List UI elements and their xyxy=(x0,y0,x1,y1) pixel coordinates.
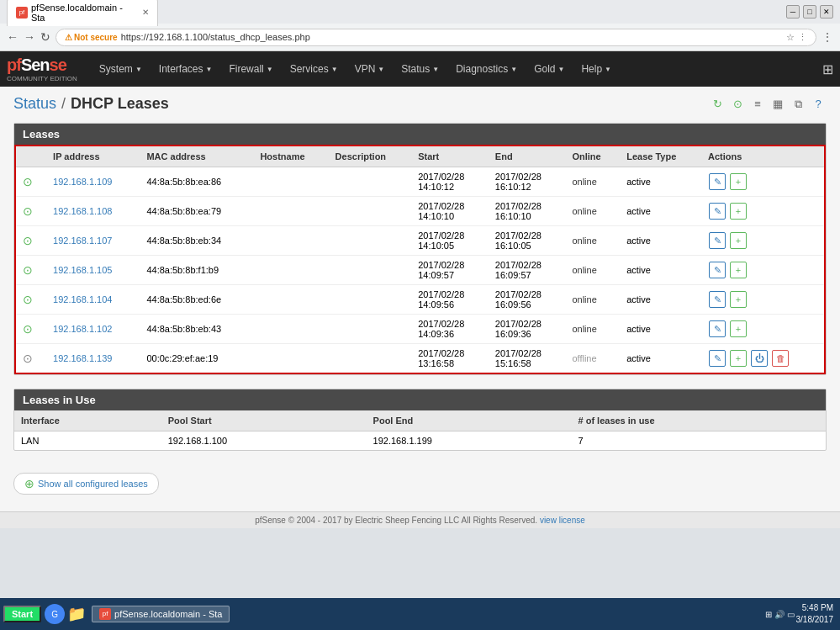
footer-text: pfSense © 2004 - 2017 by Electric Sheep … xyxy=(255,516,537,525)
lease-type-cell-6: active xyxy=(620,344,701,373)
action-edit-btn-1[interactable]: ✎ xyxy=(709,203,726,220)
nav-services[interactable]: Services ▼ xyxy=(282,51,346,87)
page-footer: pfSense © 2004 - 2017 by Electric Sheep … xyxy=(0,511,840,528)
show-leases-label: Show all configured leases xyxy=(38,479,148,489)
actions-cell-3: ✎ + xyxy=(701,256,824,285)
browser-tab[interactable]: pf pfSense.localdomain - Sta ✕ xyxy=(7,0,158,26)
actions-cell-1: ✎ + xyxy=(701,197,824,226)
bar-chart-icon[interactable]: ▦ xyxy=(769,96,786,113)
action-edit-btn-5[interactable]: ✎ xyxy=(709,320,726,337)
action-add-btn-0[interactable]: + xyxy=(730,173,747,190)
col-header-status xyxy=(16,146,46,167)
list-icon[interactable]: ≡ xyxy=(749,96,766,113)
close-btn[interactable]: ✕ xyxy=(820,5,833,19)
status-icon-5: ⊙ xyxy=(23,322,33,336)
lease-row-4: ⊙ 192.168.1.104 44:8a:5b:8b:ed:6e 2017/0… xyxy=(16,285,824,315)
lease-row-1: ⊙ 192.168.1.108 44:8a:5b:8b:ea:79 2017/0… xyxy=(16,197,824,226)
pool-start-cell-0: 192.168.1.100 xyxy=(161,431,367,451)
url-text: https://192.168.1.100/status_dhcp_leases… xyxy=(121,32,310,42)
plus-icon: ⊕ xyxy=(24,477,34,490)
lease-count-cell-0: 7 xyxy=(571,431,826,451)
lease-row-6: ⊙ 192.168.1.139 00:0c:29:ef:ae:19 2017/0… xyxy=(16,344,824,373)
col-header-mac: MAC address xyxy=(140,146,253,167)
refresh-icon[interactable]: ↻ xyxy=(709,96,726,113)
address-bar-container[interactable]: Not secure https://192.168.1.100/status_… xyxy=(55,29,816,46)
action-add-btn-3[interactable]: + xyxy=(730,262,747,278)
end-cell-1: 2017/02/28 16:10:10 xyxy=(489,197,566,226)
status-cell-0: ⊙ xyxy=(16,167,46,197)
forward-btn[interactable]: → xyxy=(24,30,35,44)
description-cell-1 xyxy=(329,197,412,226)
breadcrumb-status-link[interactable]: Status xyxy=(13,95,56,113)
refresh-btn[interactable]: ↻ xyxy=(40,30,50,44)
nav-help[interactable]: Help ▼ xyxy=(573,51,620,87)
col-header-start: Start xyxy=(411,146,489,167)
action-delete-btn-6[interactable]: 🗑 xyxy=(772,350,789,367)
action-power-btn-6[interactable]: ⏻ xyxy=(751,350,768,367)
description-cell-4 xyxy=(329,285,412,315)
leases-in-use-header-row: Interface Pool Start Pool End # of lease… xyxy=(14,410,826,431)
action-edit-btn-6[interactable]: ✎ xyxy=(709,350,726,367)
browser-titlebar: pf pfSense.localdomain - Sta ✕ ─ □ ✕ xyxy=(0,0,840,24)
help-icon[interactable]: ? xyxy=(810,96,827,113)
end-cell-4: 2017/02/28 16:09:56 xyxy=(489,285,566,315)
nav-firewall[interactable]: Firewall ▼ xyxy=(220,51,281,87)
ip-cell-4: 192.168.1.104 xyxy=(46,285,140,315)
mac-cell-1: 44:8a:5b:8b:ea:79 xyxy=(140,197,253,226)
action-add-btn-2[interactable]: + xyxy=(730,232,747,249)
star-icon[interactable]: ☆ xyxy=(786,32,795,43)
mac-cell-6: 00:0c:29:ef:ae:19 xyxy=(140,344,253,373)
maximize-btn[interactable]: □ xyxy=(803,5,816,19)
actions-cell-6: ✎ + ⏻ 🗑 xyxy=(701,344,824,373)
action-edit-btn-4[interactable]: ✎ xyxy=(709,291,726,308)
nav-status[interactable]: Status ▼ xyxy=(393,51,447,87)
nav-diagnostics[interactable]: Diagnostics ▼ xyxy=(447,51,526,87)
action-add-btn-6[interactable]: + xyxy=(730,350,747,367)
start-cell-4: 2017/02/28 14:09:56 xyxy=(411,285,489,315)
col-pool-start: Pool Start xyxy=(161,410,367,431)
action-edit-btn-3[interactable]: ✎ xyxy=(709,262,726,278)
lease-type-cell-2: active xyxy=(620,226,701,256)
show-all-leases-button[interactable]: ⊕ Show all configured leases xyxy=(13,473,159,495)
lease-type-cell-0: active xyxy=(620,167,701,197)
start-cell-1: 2017/02/28 14:10:10 xyxy=(411,197,489,226)
action-add-btn-5[interactable]: + xyxy=(730,320,747,337)
start-cell-3: 2017/02/28 14:09:57 xyxy=(411,256,489,285)
action-edit-btn-0[interactable]: ✎ xyxy=(709,173,726,190)
status-cell-2: ⊙ xyxy=(16,226,46,256)
tab-close-btn[interactable]: ✕ xyxy=(142,8,149,17)
action-add-btn-1[interactable]: + xyxy=(730,203,747,220)
status-icon-3: ⊙ xyxy=(23,263,33,277)
leases-table-wrapper: IP address MAC address Hostname Descript… xyxy=(14,145,826,374)
start-cell-2: 2017/02/28 14:10:05 xyxy=(411,226,489,256)
action-edit-btn-2[interactable]: ✎ xyxy=(709,232,726,249)
nav-vpn[interactable]: VPN ▼ xyxy=(346,51,394,87)
back-btn[interactable]: ← xyxy=(7,30,18,44)
status-cell-4: ⊙ xyxy=(16,285,46,315)
ip-cell-6: 192.168.1.139 xyxy=(46,344,140,373)
nav-gold[interactable]: Gold ▼ xyxy=(526,51,573,87)
leases-table: IP address MAC address Hostname Descript… xyxy=(16,146,824,373)
action-add-btn-4[interactable]: + xyxy=(730,291,747,308)
online-cell-6: offline xyxy=(565,344,620,373)
circle-icon[interactable]: ⊙ xyxy=(729,96,746,113)
end-cell-5: 2017/02/28 16:09:36 xyxy=(489,315,566,344)
col-header-description: Description xyxy=(329,146,412,167)
minimize-btn[interactable]: ─ xyxy=(786,5,800,19)
lease-type-cell-1: active xyxy=(620,197,701,226)
copy-icon[interactable]: ⧉ xyxy=(790,96,806,113)
mac-cell-4: 44:8a:5b:8b:ed:6e xyxy=(140,285,253,315)
online-cell-3: online xyxy=(565,256,620,285)
description-cell-5 xyxy=(329,315,412,344)
nav-system[interactable]: System ▼ xyxy=(91,51,151,87)
nav-right-icon[interactable]: ⊞ xyxy=(822,61,833,77)
nav-interfaces[interactable]: Interfaces ▼ xyxy=(151,51,221,87)
end-cell-3: 2017/02/28 16:09:57 xyxy=(489,256,566,285)
description-cell-6 xyxy=(329,344,412,373)
settings-icon[interactable]: ⋮ xyxy=(822,30,833,44)
extension-icon[interactable]: ⋮ xyxy=(798,32,807,43)
mac-cell-2: 44:8a:5b:8b:eb:34 xyxy=(140,226,253,256)
footer-license-link[interactable]: view license xyxy=(540,516,585,525)
browser-chrome: pf pfSense.localdomain - Sta ✕ ─ □ ✕ ← →… xyxy=(0,0,840,51)
actions-cell-5: ✎ + xyxy=(701,315,824,344)
